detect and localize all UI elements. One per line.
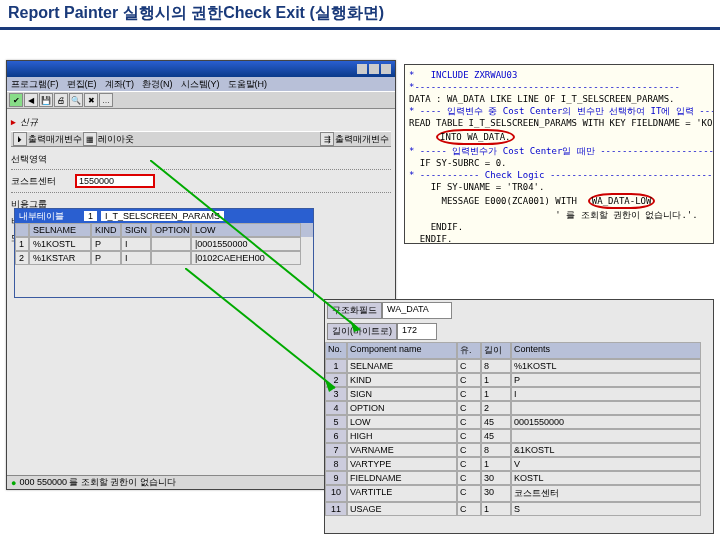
cell	[511, 401, 701, 415]
col-header	[15, 223, 29, 237]
back-icon[interactable]: ◀	[24, 93, 38, 107]
cell: %1KSTAR	[29, 251, 91, 265]
cell: 3	[325, 387, 347, 401]
cell: C	[457, 415, 481, 429]
code-line: * ----------- Check Logic --------------…	[409, 169, 709, 181]
costcenter-input[interactable]: 1550000	[75, 174, 155, 188]
menu-item[interactable]: 편집(E)	[67, 78, 97, 91]
cell: C	[457, 373, 481, 387]
window-controls	[357, 64, 391, 74]
code-line: DATA : WA_DATA LIKE LINE OF I_T_SELSCREE…	[409, 93, 709, 105]
code-line: ENDIF.	[409, 221, 709, 233]
cell: C	[457, 457, 481, 471]
exit-icon[interactable]: ✖	[84, 93, 98, 107]
col-header: SIGN	[121, 223, 151, 237]
code-line: IF SY-SUBRC = 0.	[409, 157, 709, 169]
print-icon[interactable]: 🖨	[54, 93, 68, 107]
cell: 8	[481, 359, 511, 373]
val-struct-field: WA_DATA	[382, 302, 452, 319]
minimize-icon[interactable]	[357, 64, 367, 74]
page-title-bar: Report Painter 실행시의 권한Check Exit (실행화면)	[0, 0, 720, 30]
abap-code-pane: * INCLUDE ZXRWAU03*---------------------…	[404, 64, 714, 244]
menu-item[interactable]: 시스템(Y)	[181, 78, 220, 91]
cell: 2	[325, 373, 347, 387]
cell: P	[91, 251, 121, 265]
cell: FIELDNAME	[347, 471, 457, 485]
col-header: Contents	[511, 342, 701, 359]
cell: 5	[325, 415, 347, 429]
code-line: *---------------------------------------…	[409, 81, 709, 93]
mult-icon[interactable]: ⇶	[320, 132, 334, 146]
menu-item[interactable]: 계좌(T)	[105, 78, 135, 91]
lbl-mult: 출력매개변수	[335, 133, 389, 146]
inner-grid: SELNAMEKINDSIGNOPTIONLOW1%1KOSTLPI|00015…	[15, 223, 313, 265]
ok-icon[interactable]: ✔	[9, 93, 23, 107]
cell: 45	[481, 429, 511, 443]
cell: 1	[481, 387, 511, 401]
find-icon[interactable]: 🔍	[69, 93, 83, 107]
cell: 1	[481, 457, 511, 471]
component-grid: No.Component name유.길이Contents1SELNAMEC8%…	[325, 342, 713, 516]
cell: 2	[15, 251, 29, 265]
page-title: Report Painter 실행시의 권한Check Exit (실행화면)	[8, 3, 384, 24]
cell: 7	[325, 443, 347, 457]
component-table-window: 구조화필드 WA_DATA 길이(바이트로) 172 No.Component …	[324, 299, 714, 534]
cell: C	[457, 429, 481, 443]
code-line: ENDIF.	[409, 233, 709, 244]
code-line: * INCLUDE ZXRWAU03	[409, 69, 709, 81]
cell: 1	[325, 359, 347, 373]
cell: C	[457, 485, 481, 502]
menu-bar: 프로그램(F)편집(E)계좌(T)환경(N)시스템(Y)도움말(H)	[7, 77, 395, 91]
col-header: 유.	[457, 342, 481, 359]
cell: KOSTL	[511, 471, 701, 485]
inner-table-window: 내부테이블 1 I_T_SELSCREEN_PARAMS SELNAMEKIND…	[14, 208, 314, 298]
cell: C	[457, 387, 481, 401]
cell: VARTYPE	[347, 457, 457, 471]
cell: 8	[325, 457, 347, 471]
cell	[151, 251, 191, 265]
exec-icon[interactable]: ⏵	[13, 132, 27, 146]
cell: 10	[325, 485, 347, 502]
cell: 0001550000	[511, 415, 701, 429]
inner-index: 1	[84, 211, 97, 221]
cell: P	[511, 373, 701, 387]
cell: VARTITLE	[347, 485, 457, 502]
section-selection: 선택영역	[11, 153, 391, 166]
menu-item[interactable]: 환경(N)	[142, 78, 173, 91]
cell: C	[457, 401, 481, 415]
col-header: No.	[325, 342, 347, 359]
cell: 11	[325, 502, 347, 516]
cell: 1	[15, 237, 29, 251]
cell: 4	[325, 401, 347, 415]
lbl-costcenter: 코스트센터	[11, 175, 71, 188]
cell: 코스트센터	[511, 485, 701, 502]
cell: 45	[481, 415, 511, 429]
cell: 6	[325, 429, 347, 443]
maximize-icon[interactable]	[369, 64, 379, 74]
cell: 8	[481, 443, 511, 457]
col-header: OPTION	[151, 223, 191, 237]
save-icon[interactable]: 💾	[39, 93, 53, 107]
cell: &1KOSTL	[511, 443, 701, 457]
cell: %1KOSTL	[29, 237, 91, 251]
col-header: SELNAME	[29, 223, 91, 237]
cell: V	[511, 457, 701, 471]
menu-item[interactable]: 프로그램(F)	[11, 78, 59, 91]
menu-item[interactable]: 도움말(H)	[228, 78, 268, 91]
more-icon[interactable]: …	[99, 93, 113, 107]
code-line: READ TABLE I_T_SELSCREEN_PARAMS WITH KEY…	[409, 117, 709, 129]
cell: |0102CAEHEH00	[191, 251, 301, 265]
code-line: * ----- 입력변수가 Cost Center일 때만 ----------…	[409, 145, 709, 157]
inner-table-title: 내부테이블	[19, 210, 64, 223]
cell: C	[457, 471, 481, 485]
window-titlebar[interactable]	[7, 61, 395, 77]
cell: USAGE	[347, 502, 457, 516]
cell: %1KOSTL	[511, 359, 701, 373]
close-icon[interactable]	[381, 64, 391, 74]
cell: SIGN	[347, 387, 457, 401]
cell: S	[511, 502, 701, 516]
layout-icon[interactable]: ▦	[83, 132, 97, 146]
status-led-icon: ●	[11, 478, 16, 488]
cell: C	[457, 443, 481, 457]
cell: I	[511, 387, 701, 401]
